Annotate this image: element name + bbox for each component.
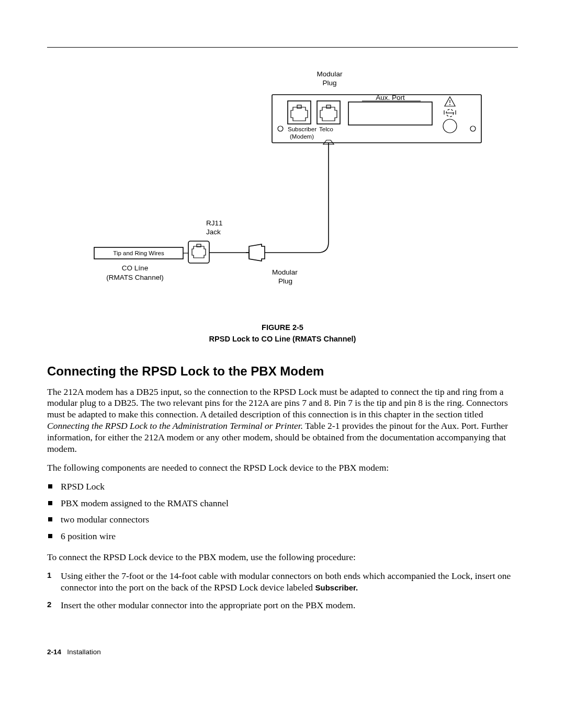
svg-text:CO Líne: CO Líne — [122, 264, 148, 272]
list-item: RPSD Lock — [47, 481, 518, 493]
paragraph-1: The 212A modem has a DB25 input, so the … — [47, 386, 518, 455]
svg-text:Telco: Telco — [319, 126, 333, 132]
list-item: 6 position wire — [47, 531, 518, 542]
svg-text:Tip and Ring Wires: Tip and Ring Wires — [113, 250, 164, 256]
top-rule — [47, 47, 518, 48]
svg-text:Aux. Port: Aux. Port — [376, 94, 405, 101]
svg-text:(RMATS  Channel): (RMATS Channel) — [106, 274, 163, 281]
paragraph-2: The following components are needed to c… — [47, 462, 518, 474]
step1-bold: Subscriber. — [315, 583, 358, 592]
step-1: Using either the 7-foot or the 14-foot c… — [47, 571, 518, 594]
page-footer: 2-14 Installation — [47, 648, 518, 657]
svg-text:(Modem): (Modem) — [290, 133, 314, 140]
footer-label: Installation — [67, 648, 101, 656]
svg-text:Plug: Plug — [278, 277, 292, 285]
svg-point-16 — [449, 104, 450, 105]
paragraph-3: To connect the RPSD Lock device to the P… — [47, 552, 518, 563]
para1-italic: Connecting the RPSD Lock to the Administ… — [47, 420, 303, 431]
step-2: Insert the other modular connector into … — [47, 600, 518, 611]
svg-text:Modular: Modular — [317, 70, 343, 78]
rpsd-lock-diagram: .lbl { font-family: Arial, Helvetica, sa… — [78, 69, 487, 299]
svg-text:RJ11: RJ11 — [206, 219, 223, 227]
step1-text-a: Using either the 7-foot or the 14-foot c… — [61, 571, 511, 593]
list-item: PBX modem assigned to the RMATS channel — [47, 498, 518, 509]
procedure-steps: Using either the 7-foot or the 14-foot c… — [47, 571, 518, 611]
figure-diagram: .lbl { font-family: Arial, Helvetica, sa… — [47, 69, 518, 299]
page-number: 2-14 — [47, 648, 61, 656]
figure-caption-line2: RPSD Lock to CO Line (RMATS Channel) — [47, 334, 518, 345]
figure-caption: FIGURE 2-5 RPSD Lock to CO Line (RMATS C… — [47, 322, 518, 345]
svg-text:Subscriber: Subscriber — [288, 126, 317, 132]
svg-text:Jack: Jack — [206, 228, 221, 236]
svg-text:Modular: Modular — [272, 268, 298, 276]
figure-caption-line1: FIGURE 2-5 — [47, 322, 518, 334]
section-title: Connecting the RPSD Lock to the PBX Mode… — [47, 363, 518, 379]
list-item: two modular connectors — [47, 514, 518, 526]
components-list: RPSD Lock PBX modem assigned to the RMAT… — [47, 481, 518, 543]
svg-text:Plug: Plug — [322, 79, 336, 87]
para1-part-a: The 212A modem has a DB25 input, so the … — [47, 386, 508, 420]
